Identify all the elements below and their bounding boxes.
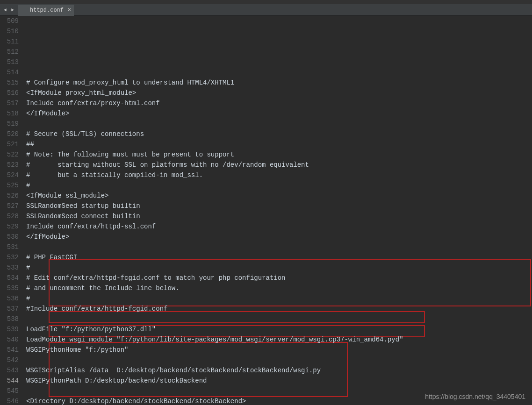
code-text: # starting without SSL on platforms with… xyxy=(26,161,309,169)
code-text: </IfModule> xyxy=(26,110,69,117)
code-text: # Note: The following must must be prese… xyxy=(26,151,234,158)
code-line[interactable]: LoadFile "f:/python/python37.dll" xyxy=(26,324,532,334)
code-text: # Secure (SSL/TLS) connections xyxy=(26,130,144,138)
line-number: 536 xyxy=(2,293,19,304)
code-text: #Include conf/extra/httpd-fcgid.conf xyxy=(26,305,167,313)
line-number: 523 xyxy=(2,160,19,170)
code-text xyxy=(26,120,30,128)
code-line[interactable]: # Configure mod_proxy_html to understand… xyxy=(26,78,532,88)
code-line[interactable]: # Note: The following must must be prese… xyxy=(26,149,532,160)
code-text: Include conf/extra/httpd-ssl.conf xyxy=(26,223,156,230)
code-line[interactable]: </IfModule> xyxy=(26,232,532,242)
line-number: 526 xyxy=(2,191,19,201)
line-number: 546 xyxy=(2,396,19,405)
code-line[interactable]: <IfModule proxy_html_module> xyxy=(26,88,532,98)
line-number: 522 xyxy=(2,149,19,160)
line-number: 517 xyxy=(2,98,19,108)
code-line[interactable]: # but a statically compiled-in mod_ssl. xyxy=(26,170,532,180)
code-content[interactable]: # Configure mod_proxy_html to understand… xyxy=(23,16,532,405)
line-number: 534 xyxy=(2,273,19,283)
code-text: ## xyxy=(26,141,34,148)
code-line[interactable]: # Edit conf/extra/httpd-fcgid.conf to ma… xyxy=(26,273,532,283)
line-number: 511 xyxy=(2,36,19,47)
line-number: 531 xyxy=(2,242,19,252)
code-line[interactable]: # xyxy=(26,263,532,273)
code-text xyxy=(26,356,30,364)
code-line[interactable]: # starting without SSL on platforms with… xyxy=(26,160,532,170)
line-number: 541 xyxy=(2,345,19,355)
code-line[interactable]: Include conf/extra/httpd-ssl.conf xyxy=(26,221,532,232)
line-number: 524 xyxy=(2,170,19,180)
code-line[interactable]: # xyxy=(26,180,532,191)
code-line[interactable]: #Include conf/extra/httpd-fcgid.conf xyxy=(26,304,532,314)
tab-nav-right-icon[interactable]: ► xyxy=(9,7,16,13)
code-text: WSGIPythonHome "f:/python" xyxy=(26,346,128,354)
line-number: 545 xyxy=(2,386,19,396)
code-text: SSLRandomSeed connect builtin xyxy=(26,213,140,220)
code-line[interactable]: # and uncomment the Include line below. xyxy=(26,283,532,293)
line-number: 513 xyxy=(2,57,19,67)
code-text: # xyxy=(26,295,30,302)
line-number: 514 xyxy=(2,67,19,78)
code-text: Include conf/extra/proxy-html.conf xyxy=(26,99,160,107)
code-line[interactable]: # Secure (SSL/TLS) connections xyxy=(26,129,532,139)
file-tab[interactable]: httpd.conf × xyxy=(18,5,74,16)
code-line[interactable] xyxy=(26,355,532,365)
tab-nav-left-icon[interactable]: ◄ xyxy=(2,7,8,13)
code-line[interactable]: # PHP FastCGI xyxy=(26,252,532,263)
code-line[interactable]: SSLRandomSeed startup builtin xyxy=(26,201,532,211)
code-text: # and uncomment the Include line below. xyxy=(26,284,180,292)
code-line[interactable]: # xyxy=(26,293,532,304)
line-number: 532 xyxy=(2,252,19,263)
line-number: 520 xyxy=(2,129,19,139)
code-text: # but a statically compiled-in mod_ssl. xyxy=(26,171,203,179)
code-line[interactable]: </IfModule> xyxy=(26,108,532,119)
code-line[interactable]: WSGIPythonHome "f:/python" xyxy=(26,345,532,355)
code-line[interactable]: WSGIPythonPath D:/desktop/backend/stockB… xyxy=(26,376,532,386)
line-number: 538 xyxy=(2,314,19,324)
line-number: 512 xyxy=(2,47,19,57)
code-text: <IfModule proxy_html_module> xyxy=(26,89,136,97)
code-text: <Directory D:/desktop/backend/stockBacke… xyxy=(26,398,246,405)
line-number: 533 xyxy=(2,263,19,273)
editor-tab-bar: ◄ ► httpd.conf × xyxy=(0,4,532,16)
line-number: 544 xyxy=(2,376,19,386)
code-line[interactable] xyxy=(26,314,532,324)
code-text: # xyxy=(26,264,30,271)
line-number: 542 xyxy=(2,355,19,365)
line-number: 528 xyxy=(2,211,19,221)
code-text: # xyxy=(26,182,30,189)
close-icon[interactable]: × xyxy=(68,7,71,14)
code-line[interactable] xyxy=(26,119,532,129)
line-number-gutter: 5095105115125135145155165175185195205215… xyxy=(0,16,23,405)
code-line[interactable]: ## xyxy=(26,139,532,149)
line-number: 509 xyxy=(2,16,19,26)
code-text xyxy=(26,243,30,251)
code-text: <IfModule ssl_module> xyxy=(26,192,108,199)
code-text: </IfModule> xyxy=(26,233,69,241)
code-text: LoadFile "f:/python/python37.dll" xyxy=(26,326,156,333)
line-number: 537 xyxy=(2,304,19,314)
code-line[interactable]: WSGIScriptAlias /data D:/desktop/backend… xyxy=(26,365,532,376)
line-number: 510 xyxy=(2,26,19,36)
line-number: 515 xyxy=(2,78,19,88)
code-text xyxy=(26,315,30,323)
code-text: LoadModule wsgi_module "f:/python/lib/si… xyxy=(26,336,403,343)
code-line[interactable]: SSLRandomSeed connect builtin xyxy=(26,211,532,221)
code-text: WSGIScriptAlias /data D:/desktop/backend… xyxy=(26,367,321,374)
code-line[interactable]: Include conf/extra/proxy-html.conf xyxy=(26,98,532,108)
line-number: 525 xyxy=(2,180,19,191)
file-tab-label: httpd.conf xyxy=(30,7,64,14)
code-text: WSGIPythonPath D:/desktop/backend/stockB… xyxy=(26,377,207,384)
line-number: 527 xyxy=(2,201,19,211)
code-line[interactable] xyxy=(26,242,532,252)
line-number: 530 xyxy=(2,232,19,242)
editor-area[interactable]: 5095105115125135145155165175185195205215… xyxy=(0,16,532,405)
code-text: # Configure mod_proxy_html to understand… xyxy=(26,79,234,86)
line-number: 521 xyxy=(2,139,19,149)
code-line[interactable]: LoadModule wsgi_module "f:/python/lib/si… xyxy=(26,334,532,345)
code-line[interactable]: <IfModule ssl_module> xyxy=(26,191,532,201)
code-text: SSLRandomSeed startup builtin xyxy=(26,202,140,210)
line-number: 516 xyxy=(2,88,19,98)
line-number: 543 xyxy=(2,365,19,376)
